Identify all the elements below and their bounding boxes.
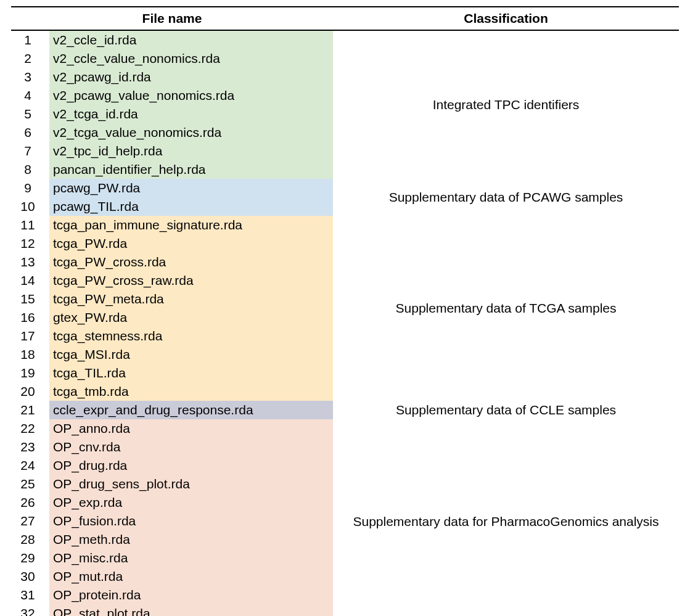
row-number: 24 xyxy=(11,456,49,475)
row-number: 6 xyxy=(11,123,49,142)
file-name-cell: pcawg_PW.rda xyxy=(49,179,333,197)
file-name-cell: tcga_tmb.rda xyxy=(49,382,333,401)
classification-cell: Supplementary data of TCGA samples xyxy=(333,216,679,401)
row-number: 8 xyxy=(11,160,49,179)
row-number: 20 xyxy=(11,382,49,401)
row-number: 27 xyxy=(11,512,49,530)
row-number: 11 xyxy=(11,216,49,234)
row-number: 5 xyxy=(11,105,49,123)
header-classification: Classification xyxy=(333,7,679,30)
file-name-cell: v2_ccle_value_nonomics.rda xyxy=(49,49,333,68)
table-row: 21ccle_expr_and_drug_response.rdaSupplem… xyxy=(11,401,679,419)
file-name-cell: v2_tpc_id_help.rda xyxy=(49,142,333,160)
row-number: 30 xyxy=(11,567,49,586)
file-name-cell: tcga_PW_cross_raw.rda xyxy=(49,271,333,290)
row-number: 31 xyxy=(11,586,49,604)
file-name-cell: OP_anno.rda xyxy=(49,419,333,438)
file-name-cell: tcga_MSI.rda xyxy=(49,345,333,364)
table-row: 1v2_ccle_id.rdaIntegrated TPC identifier… xyxy=(11,30,679,49)
row-number: 12 xyxy=(11,234,49,253)
file-name-cell: OP_misc.rda xyxy=(49,549,333,567)
row-number: 10 xyxy=(11,197,49,216)
file-name-cell: OP_fusion.rda xyxy=(49,512,333,530)
row-number: 7 xyxy=(11,142,49,160)
row-number: 17 xyxy=(11,327,49,345)
file-name-cell: v2_tcga_id.rda xyxy=(49,105,333,123)
row-number: 32 xyxy=(11,604,49,616)
row-number: 14 xyxy=(11,271,49,290)
file-name-cell: OP_protein.rda xyxy=(49,586,333,604)
file-name-cell: tcga_stemness.rda xyxy=(49,327,333,345)
row-number: 13 xyxy=(11,253,49,271)
file-name-cell: OP_cnv.rda xyxy=(49,438,333,456)
classification-cell: Supplementary data for PharmacoGenomics … xyxy=(333,419,679,616)
classification-cell: Integrated TPC identifiers xyxy=(333,30,679,179)
table-row: 9pcawg_PW.rdaSupplementary data of PCAWG… xyxy=(11,179,679,197)
row-number: 29 xyxy=(11,549,49,567)
row-number: 1 xyxy=(11,30,49,49)
row-number: 2 xyxy=(11,49,49,68)
row-number: 23 xyxy=(11,438,49,456)
row-number: 28 xyxy=(11,530,49,549)
file-name-cell: v2_pcawg_value_nonomics.rda xyxy=(49,86,333,105)
file-name-cell: pancan_identifier_help.rda xyxy=(49,160,333,179)
row-number: 18 xyxy=(11,345,49,364)
row-number: 25 xyxy=(11,475,49,493)
file-name-cell: ccle_expr_and_drug_response.rda xyxy=(49,401,333,419)
table-row: 22OP_anno.rdaSupplementary data for Phar… xyxy=(11,419,679,438)
file-name-cell: OP_stat_plot.rda xyxy=(49,604,333,616)
file-name-cell: tcga_pan_immune_signature.rda xyxy=(49,216,333,234)
table-body: 1v2_ccle_id.rdaIntegrated TPC identifier… xyxy=(11,30,679,616)
row-number: 16 xyxy=(11,308,49,327)
classification-cell: Supplementary data of CCLE samples xyxy=(333,401,679,419)
file-name-cell: OP_meth.rda xyxy=(49,530,333,549)
table-container: File name Classification 1v2_ccle_id.rda… xyxy=(0,0,690,616)
row-number: 26 xyxy=(11,493,49,512)
file-name-cell: tcga_PW_cross.rda xyxy=(49,253,333,271)
file-name-cell: tcga_TIL.rda xyxy=(49,364,333,382)
classification-cell: Supplementary data of PCAWG samples xyxy=(333,179,679,216)
header-filename: File name xyxy=(11,7,333,30)
row-number: 15 xyxy=(11,290,49,308)
row-number: 19 xyxy=(11,364,49,382)
file-name-cell: OP_drug_sens_plot.rda xyxy=(49,475,333,493)
file-name-cell: v2_tcga_value_nonomics.rda xyxy=(49,123,333,142)
file-name-cell: OP_mut.rda xyxy=(49,567,333,586)
file-name-cell: gtex_PW.rda xyxy=(49,308,333,327)
file-classification-table: File name Classification 1v2_ccle_id.rda… xyxy=(11,6,679,616)
table-row: 11tcga_pan_immune_signature.rdaSupplemen… xyxy=(11,216,679,234)
file-name-cell: OP_drug.rda xyxy=(49,456,333,475)
row-number: 9 xyxy=(11,179,49,197)
table-header-row: File name Classification xyxy=(11,7,679,30)
file-name-cell: v2_ccle_id.rda xyxy=(49,30,333,49)
file-name-cell: pcawg_TIL.rda xyxy=(49,197,333,216)
file-name-cell: v2_pcawg_id.rda xyxy=(49,68,333,86)
row-number: 4 xyxy=(11,86,49,105)
file-name-cell: OP_exp.rda xyxy=(49,493,333,512)
file-name-cell: tcga_PW_meta.rda xyxy=(49,290,333,308)
file-name-cell: tcga_PW.rda xyxy=(49,234,333,253)
row-number: 22 xyxy=(11,419,49,438)
row-number: 21 xyxy=(11,401,49,419)
row-number: 3 xyxy=(11,68,49,86)
